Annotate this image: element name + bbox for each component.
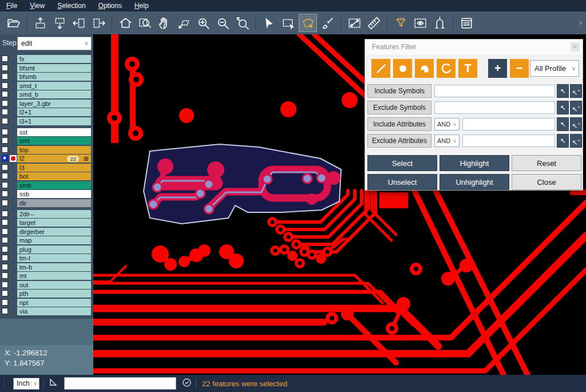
open-file-button[interactable]: [4, 14, 22, 32]
and-or-select[interactable]: AND∨: [434, 118, 460, 130]
layer-name[interactable]: ssb: [17, 190, 91, 198]
layer-row-2dir--[interactable]: 2dir--: [0, 210, 93, 218]
layer-name[interactable]: 2dir--: [17, 210, 91, 218]
layer-visibility-checkbox[interactable]: [2, 308, 8, 314]
pick-from-canvas-button[interactable]: ↖: [557, 84, 569, 98]
toolbar-overflow-chevron[interactable]: ∨: [579, 20, 583, 26]
layer-name[interactable]: dir: [17, 199, 91, 207]
layer-visibility-checkbox[interactable]: [2, 173, 8, 179]
layer-row-fx[interactable]: fx: [0, 55, 93, 63]
angle-measure-icon[interactable]: [48, 377, 60, 390]
layer-visibility-checkbox[interactable]: [2, 246, 8, 252]
layer-name[interactable]: smb: [17, 181, 91, 189]
layer-row-mt[interactable]: mt: [0, 272, 93, 280]
layer-visibility-checkbox[interactable]: [2, 290, 8, 296]
select-button[interactable]: Select: [367, 155, 437, 171]
layer-visibility-checkbox[interactable]: [2, 299, 8, 306]
layer-visibility-checkbox[interactable]: [2, 56, 8, 62]
layer-row-sst[interactable]: sst: [0, 128, 93, 136]
layer-row-l3+1[interactable]: l3+1: [0, 117, 93, 125]
negative-polarity-toggle[interactable]: −: [510, 59, 529, 78]
layer-visibility-checkbox[interactable]: [2, 164, 8, 171]
layer-visibility-checkbox[interactable]: [2, 91, 8, 97]
layer-row-plug[interactable]: plug: [0, 246, 93, 254]
zoom-out-button[interactable]: [213, 14, 232, 32]
layer-visibility-checkbox[interactable]: [2, 237, 8, 243]
pan-down-button[interactable]: [50, 14, 69, 32]
layer-visibility-checkbox[interactable]: [2, 118, 8, 124]
layer-row-top[interactable]: top: [0, 146, 93, 154]
layer-visibility-checkbox[interactable]: [2, 219, 8, 225]
pan-view-button[interactable]: [175, 14, 193, 32]
view-options-button[interactable]: [411, 14, 429, 32]
layer-name[interactable]: l222⊞: [17, 155, 91, 163]
pick-from-canvas-button[interactable]: ↖: [557, 101, 569, 114]
pan-left-button[interactable]: [70, 14, 88, 32]
layer-row-pth[interactable]: pth: [0, 290, 93, 298]
layer-visibility-checkbox[interactable]: [2, 255, 8, 261]
include-attributes-input[interactable]: [462, 118, 555, 130]
pad-feature-toggle[interactable]: [393, 59, 412, 78]
pan-right-button[interactable]: [89, 14, 108, 32]
layer-name[interactable]: fx: [17, 55, 91, 63]
layer-visibility-checkbox[interactable]: [2, 129, 8, 135]
layer-visibility-checkbox[interactable]: [2, 211, 8, 217]
menu-view[interactable]: View: [23, 1, 51, 11]
ruler-button[interactable]: [365, 14, 383, 32]
pick-from-canvas-button[interactable]: ↖: [557, 117, 569, 131]
zoom-in-button[interactable]: [194, 14, 212, 32]
layer-row-target[interactable]: target: [0, 219, 93, 227]
layer-row-map[interactable]: map: [0, 236, 93, 244]
layer-name[interactable]: top: [17, 146, 91, 154]
layer-visibility-checkbox[interactable]: [2, 272, 8, 279]
unit-select[interactable]: Inch ∨: [13, 378, 39, 390]
menu-selection[interactable]: Selection: [51, 1, 92, 11]
zoom-window-button[interactable]: [136, 14, 154, 32]
layer-row-layer_3.gbr[interactable]: layer_3.gbr: [0, 100, 93, 108]
layer-row-smd_t[interactable]: smd_t: [0, 82, 93, 90]
include-symbols-button[interactable]: Include Symbols: [367, 84, 431, 98]
layer-visibility-checkbox[interactable]: [2, 82, 8, 89]
pick-from-canvas-button[interactable]: ↖: [557, 134, 569, 148]
include-attributes-button[interactable]: Include Attributes: [367, 117, 431, 131]
layer-visibility-checkbox[interactable]: [2, 182, 8, 188]
layer-row-via[interactable]: via: [0, 307, 93, 315]
layer-name[interactable]: tm-t: [17, 254, 91, 262]
exclude-symbols-input[interactable]: [434, 101, 555, 114]
layer-row-l3[interactable]: l3: [0, 164, 93, 172]
layer-name[interactable]: l3+1: [17, 117, 91, 125]
layer-name[interactable]: target: [17, 219, 91, 227]
layer-row-bfsmb[interactable]: bfsmb: [0, 73, 93, 81]
layer-visibility-checkbox[interactable]: [2, 146, 8, 153]
line-feature-toggle[interactable]: [371, 59, 390, 78]
step-select[interactable]: edit ∨: [17, 37, 92, 50]
layer-name[interactable]: smt: [17, 137, 91, 145]
layer-row-tm-b[interactable]: tm-b: [0, 263, 93, 271]
layer-name[interactable]: l2+1: [17, 108, 91, 116]
command-input[interactable]: [64, 377, 176, 390]
close-button[interactable]: Close: [512, 174, 581, 190]
layer-name[interactable]: map: [17, 236, 91, 244]
unhighlight-button[interactable]: Unhighlight: [440, 174, 509, 190]
layer-name[interactable]: plug: [17, 246, 91, 254]
home-view-button[interactable]: [116, 14, 134, 32]
layer-row-bot[interactable]: bot: [0, 172, 93, 180]
layer-name[interactable]: sst: [17, 128, 91, 136]
and-or-select[interactable]: AND∨: [434, 134, 460, 147]
layer-name[interactable]: via: [17, 307, 91, 315]
close-icon[interactable]: ✕: [571, 42, 580, 52]
snap-button[interactable]: [430, 14, 449, 32]
layer-name[interactable]: tm-b: [17, 263, 91, 271]
highlight-button[interactable]: Highlight: [440, 155, 509, 171]
layer-name[interactable]: dirgerber: [17, 228, 91, 236]
menu-options[interactable]: Options: [92, 1, 128, 11]
layer-name[interactable]: bfsmb: [17, 73, 91, 81]
layer-name[interactable]: npt: [17, 299, 91, 307]
pick-add-from-canvas-button[interactable]: ↖+: [570, 84, 582, 98]
surface-feature-toggle[interactable]: [415, 59, 434, 78]
zoom-previous-button[interactable]: [233, 14, 251, 32]
layer-visibility-checkbox[interactable]: [2, 137, 8, 144]
text-feature-toggle[interactable]: T: [458, 59, 477, 78]
layer-row-npt[interactable]: npt: [0, 299, 93, 307]
layer-visibility-checkbox[interactable]: [2, 282, 8, 288]
